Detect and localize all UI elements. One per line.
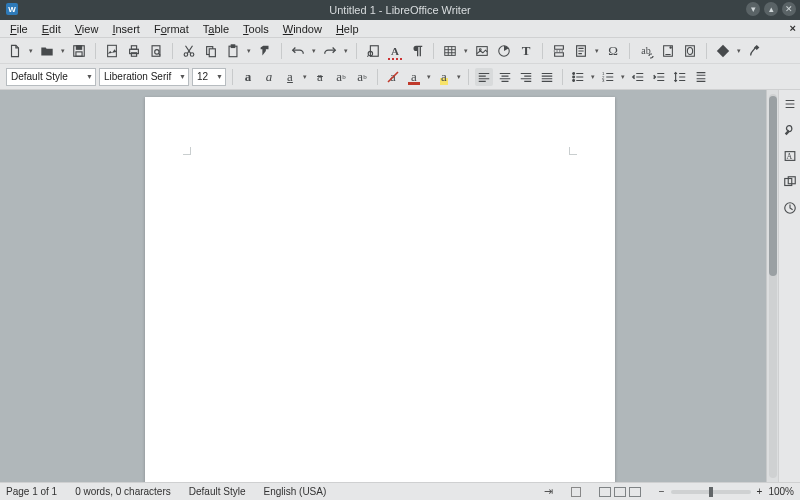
scrollbar-thumb[interactable] xyxy=(769,96,777,276)
italic-button[interactable]: a xyxy=(260,68,278,86)
sidebar-styles-button[interactable]: A xyxy=(782,148,798,164)
align-right-button[interactable] xyxy=(517,68,535,86)
view-multi-page-button[interactable] xyxy=(614,487,626,497)
undo-dropdown[interactable]: ▾ xyxy=(311,42,317,60)
zoom-slider-thumb[interactable] xyxy=(709,487,713,497)
insert-bookmark-button[interactable] xyxy=(681,42,699,60)
basic-shapes-button[interactable] xyxy=(714,42,732,60)
number-list-dropdown[interactable]: ▾ xyxy=(620,68,626,86)
undo-button[interactable] xyxy=(289,42,307,60)
zoom-in-button[interactable]: + xyxy=(757,486,763,497)
menu-view[interactable]: View xyxy=(69,21,105,37)
menu-table[interactable]: Table xyxy=(197,21,235,37)
insert-table-button[interactable] xyxy=(441,42,459,60)
highlight-dropdown[interactable]: ▾ xyxy=(456,68,462,86)
zoom-value[interactable]: 100% xyxy=(768,486,794,497)
copy-button[interactable] xyxy=(202,42,220,60)
increase-indent-button[interactable] xyxy=(650,68,668,86)
paste-dropdown[interactable]: ▾ xyxy=(246,42,252,60)
align-center-button[interactable] xyxy=(496,68,514,86)
document-canvas[interactable] xyxy=(0,90,766,482)
draw-functions-button[interactable] xyxy=(746,42,764,60)
underline-button[interactable]: a xyxy=(281,68,299,86)
menu-window[interactable]: Window xyxy=(277,21,328,37)
new-document-button[interactable] xyxy=(6,42,24,60)
sidebar-settings-button[interactable] xyxy=(782,96,798,112)
page[interactable] xyxy=(145,97,615,482)
cut-button[interactable] xyxy=(180,42,198,60)
insert-page-break-button[interactable] xyxy=(550,42,568,60)
status-signature-icon[interactable]: ⇥ xyxy=(544,485,553,498)
close-window-button[interactable]: ✕ xyxy=(782,2,796,16)
status-selection-mode[interactable] xyxy=(571,487,581,497)
underline-dropdown[interactable]: ▾ xyxy=(302,68,308,86)
status-language[interactable]: English (USA) xyxy=(263,486,326,497)
font-name-combo[interactable]: Liberation Serif▼ xyxy=(99,68,189,86)
paragraph-style-combo[interactable]: Default Style▼ xyxy=(6,68,96,86)
menu-format[interactable]: Format xyxy=(148,21,195,37)
paragraph-spacing-button[interactable] xyxy=(692,68,710,86)
formatting-marks-button[interactable] xyxy=(408,42,426,60)
menu-edit[interactable]: Edit xyxy=(36,21,67,37)
clear-formatting-button[interactable]: a xyxy=(384,68,402,86)
justify-button[interactable] xyxy=(538,68,556,86)
sidebar: A xyxy=(778,90,800,482)
font-color-button[interactable]: a xyxy=(405,68,423,86)
superscript-button[interactable]: ab xyxy=(332,68,350,86)
find-replace-button[interactable] xyxy=(364,42,382,60)
font-color-dropdown[interactable]: ▾ xyxy=(426,68,432,86)
decrease-indent-button[interactable] xyxy=(629,68,647,86)
insert-image-button[interactable] xyxy=(473,42,491,60)
line-spacing-button[interactable] xyxy=(671,68,689,86)
status-style[interactable]: Default Style xyxy=(189,486,246,497)
status-page[interactable]: Page 1 of 1 xyxy=(6,486,57,497)
scrollbar-track[interactable] xyxy=(769,94,777,478)
new-document-dropdown[interactable]: ▾ xyxy=(28,42,34,60)
insert-special-char-button[interactable]: Ω xyxy=(604,42,622,60)
document-close-button[interactable]: × xyxy=(790,22,796,34)
menu-help[interactable]: Help xyxy=(330,21,365,37)
basic-shapes-dropdown[interactable]: ▾ xyxy=(736,42,742,60)
export-pdf-button[interactable] xyxy=(103,42,121,60)
insert-field-button[interactable] xyxy=(572,42,590,60)
sidebar-navigator-button[interactable] xyxy=(782,200,798,216)
bullet-list-button[interactable] xyxy=(569,68,587,86)
redo-button[interactable] xyxy=(321,42,339,60)
insert-hyperlink-button[interactable]: ab xyxy=(637,42,655,60)
insert-textbox-button[interactable]: T xyxy=(517,42,535,60)
zoom-out-button[interactable]: − xyxy=(659,486,665,497)
insert-field-dropdown[interactable]: ▾ xyxy=(594,42,600,60)
minimize-button[interactable]: ▾ xyxy=(746,2,760,16)
paste-button[interactable] xyxy=(224,42,242,60)
font-size-combo[interactable]: 12▼ xyxy=(192,68,226,86)
bullet-list-dropdown[interactable]: ▾ xyxy=(590,68,596,86)
menu-file[interactable]: File xyxy=(4,21,34,37)
view-book-button[interactable] xyxy=(629,487,641,497)
open-document-dropdown[interactable]: ▾ xyxy=(60,42,66,60)
redo-dropdown[interactable]: ▾ xyxy=(343,42,349,60)
align-left-button[interactable] xyxy=(475,68,493,86)
highlight-button[interactable]: a xyxy=(435,68,453,86)
vertical-scrollbar[interactable] xyxy=(766,90,778,482)
strikethrough-button[interactable]: a xyxy=(311,68,329,86)
view-single-page-button[interactable] xyxy=(599,487,611,497)
insert-footnote-button[interactable] xyxy=(659,42,677,60)
print-button[interactable] xyxy=(125,42,143,60)
menu-insert[interactable]: Insert xyxy=(106,21,146,37)
spellcheck-button[interactable]: A xyxy=(386,42,404,60)
zoom-slider[interactable] xyxy=(671,490,751,494)
insert-table-dropdown[interactable]: ▾ xyxy=(463,42,469,60)
insert-chart-button[interactable] xyxy=(495,42,513,60)
save-button[interactable] xyxy=(70,42,88,60)
sidebar-gallery-button[interactable] xyxy=(782,174,798,190)
number-list-button[interactable]: 123 xyxy=(599,68,617,86)
bold-button[interactable]: a xyxy=(239,68,257,86)
status-wordcount[interactable]: 0 words, 0 characters xyxy=(75,486,171,497)
menu-tools[interactable]: Tools xyxy=(237,21,275,37)
clone-formatting-button[interactable] xyxy=(256,42,274,60)
subscript-button[interactable]: ab xyxy=(353,68,371,86)
sidebar-properties-button[interactable] xyxy=(782,122,798,138)
print-preview-button[interactable] xyxy=(147,42,165,60)
maximize-button[interactable]: ▴ xyxy=(764,2,778,16)
open-document-button[interactable] xyxy=(38,42,56,60)
